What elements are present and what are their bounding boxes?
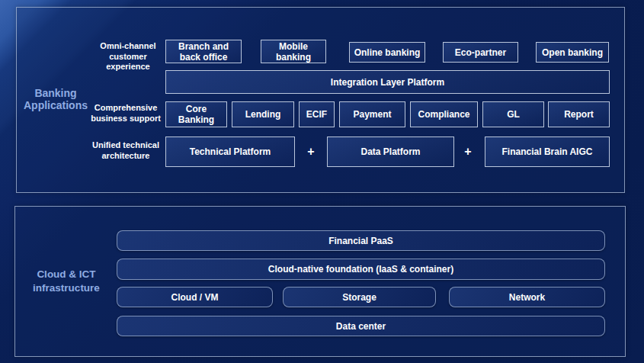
box-report: Report [548, 101, 610, 127]
architecture-diagram: Banking Applications Omni-channel custom… [0, 0, 644, 363]
box-storage: Storage [283, 287, 436, 307]
plus-sign-1: + [303, 137, 319, 167]
box-technical-platform: Technical Platform [165, 137, 295, 167]
box-gl: GL [482, 101, 544, 127]
box-eco-partner: Eco-partner [443, 42, 518, 63]
row-label-unified: Unified technical architecture [88, 140, 164, 161]
box-integration-layer-platform: Integration Layer Platform [165, 70, 610, 94]
box-financial-brain-aigc: Financial Brain AIGC [485, 137, 610, 167]
box-core-banking: Core Banking [165, 101, 227, 127]
box-open-banking: Open banking [536, 42, 609, 63]
box-online-banking: Online banking [349, 42, 425, 63]
cloud-ict-label: Cloud & ICT infrastructure [21, 268, 111, 295]
box-branch-back-office: Branch and back office [165, 40, 242, 63]
row-label-comprehensive: Comprehensive business support [86, 103, 165, 124]
box-ecif: ECIF [299, 101, 335, 127]
box-financial-paas: Financial PaaS [117, 230, 605, 251]
plus-sign-2: + [460, 137, 476, 167]
box-cloud-vm: Cloud / VM [117, 287, 273, 307]
box-compliance: Compliance [410, 101, 478, 127]
row-label-omni-channel: Omni-channel customer experience [90, 41, 166, 72]
banking-applications-label: Banking Applications [14, 87, 98, 111]
box-data-center: Data center [117, 316, 605, 336]
box-mobile-banking: Mobile banking [261, 40, 326, 63]
box-payment: Payment [339, 101, 405, 127]
box-data-platform: Data Platform [327, 137, 454, 167]
box-network: Network [449, 287, 605, 307]
box-lending: Lending [232, 101, 294, 127]
box-cloud-native-foundation: Cloud-native foundation (IaaS & containe… [117, 259, 605, 280]
